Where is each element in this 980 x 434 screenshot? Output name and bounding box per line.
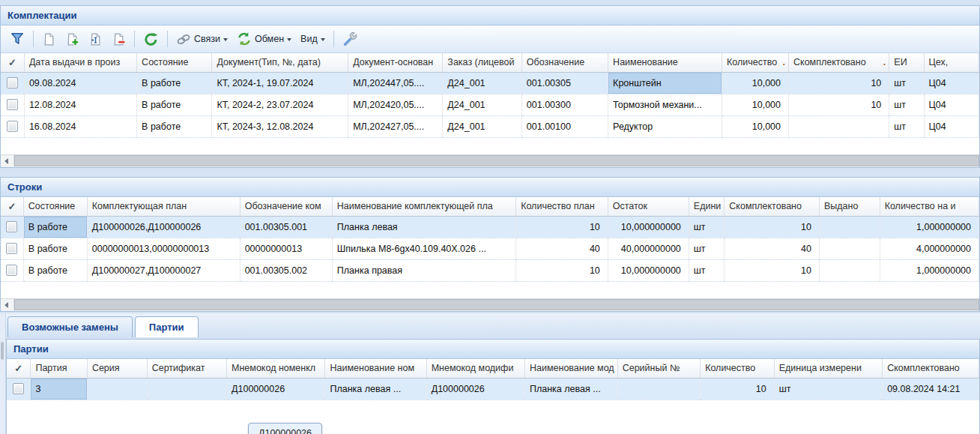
new-document-button[interactable] (38, 31, 60, 48)
column-header[interactable]: Количество. (722, 53, 789, 72)
cell[interactable]: В работе (23, 238, 87, 259)
cell[interactable]: Д100000026 (227, 378, 325, 400)
cell[interactable]: 10 (789, 72, 889, 94)
cell[interactable]: шт (889, 72, 924, 94)
column-header[interactable]: Остаток (608, 197, 689, 216)
select-all-header[interactable]: ✓ (1, 197, 23, 216)
cell[interactable]: Планка левая (332, 216, 515, 238)
table-row[interactable]: В работеД100000027,Д100000027001.00305.0… (1, 259, 979, 281)
column-header[interactable]: Сертификат (147, 359, 226, 378)
table-row[interactable]: 3Д100000026Планка левая ...Д100000026Пла… (7, 378, 979, 400)
column-header[interactable]: Документ-основан (348, 53, 443, 72)
filter-button[interactable] (6, 30, 28, 48)
cell[interactable]: 10 (725, 259, 820, 281)
row-checkbox[interactable] (7, 99, 18, 110)
cell[interactable]: Д24_001 (443, 72, 521, 94)
cell[interactable]: 09.08.2024 (24, 72, 136, 94)
column-header[interactable]: Наименование (608, 53, 722, 72)
cell[interactable]: 10,000 (722, 115, 789, 137)
cell[interactable]: шт (774, 378, 882, 400)
cell[interactable]: МЛ,202420,05.... (348, 94, 443, 115)
scroll-left-icon[interactable] (1, 155, 14, 166)
column-header[interactable]: Партия (31, 359, 87, 378)
cell[interactable]: 4,000000000 (880, 238, 979, 259)
column-header[interactable]: Наименование ном (325, 359, 426, 378)
table-row[interactable]: 12.08.2024В работеКТ, 2024-2, 23.07.2024… (1, 94, 979, 115)
cell[interactable]: 10 (516, 259, 608, 281)
column-header[interactable]: Наименование комплектующей пла (332, 197, 515, 216)
column-header[interactable]: Количество план (516, 197, 608, 216)
table-row[interactable]: В работеД100000026,Д100000026001.00305.0… (1, 216, 979, 238)
cell[interactable]: шт (689, 238, 725, 259)
cell[interactable]: Д24_001 (443, 115, 521, 137)
cell[interactable]: Д100000027,Д100000027 (87, 259, 240, 281)
cell[interactable]: КТ, 2024-2, 23.07.2024 (212, 94, 348, 115)
column-header[interactable]: Комплектующая план (87, 197, 240, 216)
scrollbar-thumb[interactable] (14, 299, 979, 310)
select-all-header[interactable]: ✓ (7, 359, 31, 378)
table-row[interactable]: 09.08.2024В работеКТ, 2024-1, 19.07.2024… (1, 72, 979, 94)
cell[interactable]: Д100000026,Д100000026 (87, 216, 240, 238)
cell[interactable] (819, 238, 880, 259)
row-checkbox[interactable] (6, 265, 17, 276)
cell[interactable]: Д100000026 (426, 378, 524, 400)
row-checkbox[interactable] (7, 121, 18, 132)
cell[interactable]: шт (889, 94, 924, 115)
column-header[interactable]: Наименование мод (524, 359, 617, 378)
column-header[interactable]: Количество (701, 359, 775, 378)
cell[interactable]: Шпилька М8-6gx40.109.40X.026 ... (332, 238, 515, 259)
cell[interactable]: 10 (701, 378, 775, 400)
row-checkbox[interactable] (7, 77, 18, 88)
cell[interactable]: В работе (137, 94, 212, 115)
cell[interactable]: 09.08.2024 14:21 (883, 378, 979, 400)
cell[interactable]: В работе (23, 259, 87, 281)
column-header[interactable]: Единица измерени (774, 359, 882, 378)
cell[interactable]: МЛ,202427,05.... (348, 115, 443, 137)
cell[interactable]: Планка правая (332, 259, 515, 281)
cell[interactable]: 16.08.2024 (24, 115, 136, 137)
column-header[interactable]: Скомплектовано. (789, 53, 889, 72)
cell[interactable]: 40,000000000 (608, 238, 689, 259)
stroki-h-scrollbar[interactable] (1, 298, 979, 311)
column-header[interactable]: Обозначение (521, 53, 608, 72)
cell[interactable]: шт (889, 115, 924, 137)
cell[interactable]: Д24_001 (443, 94, 521, 115)
cell[interactable]: шт (689, 259, 725, 281)
add-document-button[interactable] (61, 31, 83, 48)
column-header[interactable]: Дата выдачи в произ (24, 53, 136, 72)
tab-partii[interactable]: Партии (135, 316, 199, 337)
refresh-button[interactable] (139, 30, 163, 49)
cell[interactable]: 3 (31, 378, 87, 400)
table-row[interactable]: В работе00000000013,00000000013000000000… (1, 238, 979, 259)
view-button[interactable]: Вид (297, 32, 329, 46)
cell[interactable]: 001.00300 (521, 94, 608, 115)
tools-button[interactable] (339, 30, 361, 48)
column-header[interactable]: ЕИ (889, 53, 924, 72)
column-header[interactable]: Мнемокод модифи (426, 359, 524, 378)
cell[interactable]: В работе (23, 216, 87, 238)
select-all-header[interactable]: ✓ (1, 53, 24, 72)
cell[interactable]: Кронштейн (608, 72, 722, 94)
column-header[interactable]: Серия (87, 359, 147, 378)
row-checkbox[interactable] (13, 383, 24, 394)
cell[interactable]: 001.00100 (521, 115, 608, 137)
exchange-button[interactable]: Обмен (233, 30, 295, 48)
cell[interactable]: 10 (789, 94, 889, 115)
cell[interactable]: 1,000000000 (880, 216, 979, 238)
cell[interactable]: 001.00305 (521, 72, 608, 94)
cell[interactable]: В работе (137, 115, 212, 137)
cell[interactable]: 001.00305.001 (240, 216, 332, 238)
links-button[interactable]: Связи (172, 30, 232, 48)
delete-document-button[interactable] (108, 31, 130, 48)
cell[interactable]: 40 (516, 238, 608, 259)
table-row[interactable]: 16.08.2024В работеКТ, 2024-3, 12.08.2024… (1, 115, 979, 137)
row-checkbox[interactable] (6, 243, 17, 254)
cell[interactable]: Ц04 (924, 115, 979, 137)
cell[interactable]: 12.08.2024 (24, 94, 136, 115)
cell[interactable]: 10 (725, 216, 820, 238)
scrollbar-thumb[interactable] (14, 155, 979, 166)
cell[interactable]: 1,000000000 (880, 259, 979, 281)
cell[interactable]: Редуктор (608, 115, 722, 137)
cell[interactable]: КТ, 2024-3, 12.08.2024 (212, 115, 348, 137)
cell[interactable]: 00000000013,00000000013 (87, 238, 240, 259)
